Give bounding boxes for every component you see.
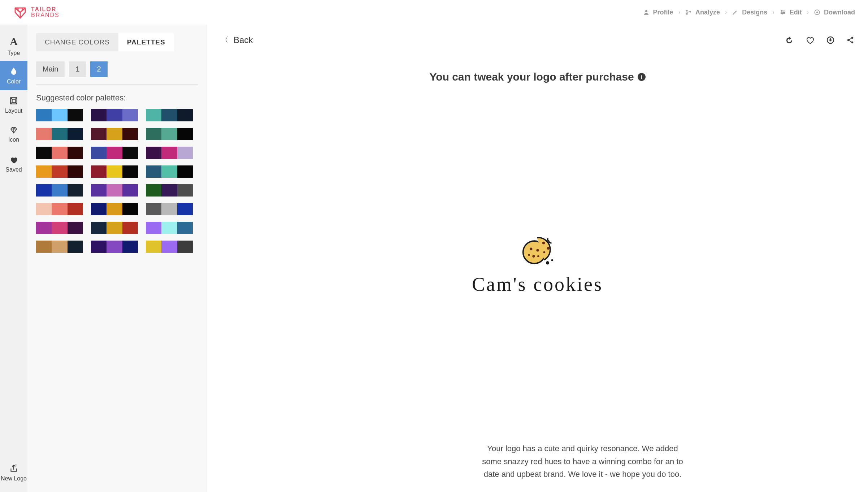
tab-change-colors[interactable]: CHANGE COLORS [36, 33, 118, 51]
headline-text: You can tweak your logo after purchase [429, 71, 634, 83]
palette-swatch[interactable] [91, 147, 138, 159]
palette-swatch[interactable] [91, 184, 138, 197]
crumb-analyze[interactable]: Analyze [685, 9, 720, 16]
rail-icon[interactable]: Icon [0, 120, 27, 150]
chip-main[interactable]: Main [36, 61, 65, 77]
chip-1[interactable]: 1 [69, 61, 86, 77]
rail-label: Type [8, 50, 20, 56]
info-icon[interactable]: i [638, 73, 646, 81]
color-swatch [122, 184, 138, 197]
crumb-label: Analyze [695, 9, 720, 16]
brand-line2: BRANDS [31, 12, 60, 18]
palette-target-chips: Main 1 2 [36, 61, 198, 77]
color-swatch [107, 109, 122, 121]
color-swatch [177, 222, 193, 234]
palette-swatch[interactable] [146, 109, 193, 121]
tab-palettes[interactable]: PALETTES [118, 33, 174, 51]
rail-label: Icon [8, 137, 19, 143]
color-swatch [146, 241, 161, 253]
svg-point-17 [532, 255, 535, 258]
color-swatch [122, 147, 138, 159]
color-swatch [146, 184, 161, 197]
rail-type[interactable]: A Type [0, 31, 27, 61]
palette-swatch[interactable] [91, 241, 138, 253]
color-swatch [52, 147, 67, 159]
download-circle-icon [814, 9, 820, 16]
color-swatch [91, 184, 107, 197]
chip-2[interactable]: 2 [90, 61, 107, 77]
crumb-designs[interactable]: Designs [732, 9, 767, 16]
color-swatch [91, 128, 107, 140]
color-swatch [91, 147, 107, 159]
back-button[interactable]: 〈 Back [221, 35, 253, 46]
color-swatch [107, 147, 122, 159]
palette-swatch[interactable] [36, 109, 83, 121]
color-swatch [36, 165, 52, 178]
svg-point-11 [847, 39, 850, 41]
palette-swatch[interactable] [146, 241, 193, 253]
color-swatch [177, 203, 193, 215]
color-swatch [177, 184, 193, 197]
svg-point-23 [546, 261, 549, 264]
rail-label: Layout [5, 108, 22, 114]
color-swatch [68, 241, 83, 253]
download-icon[interactable] [826, 36, 835, 44]
divider [36, 84, 198, 85]
palette-swatch[interactable] [36, 203, 83, 215]
palette-swatch[interactable] [146, 184, 193, 197]
palette-swatch[interactable] [146, 165, 193, 178]
chevron-right-icon: › [725, 9, 727, 16]
color-swatch [52, 222, 67, 234]
heart-icon [9, 156, 18, 164]
color-swatch [177, 128, 193, 140]
suggested-title: Suggested color palettes: [36, 93, 198, 103]
color-swatch [52, 109, 67, 121]
diamond-icon [9, 126, 19, 134]
brand-wordmark: TAILOR BRANDS [31, 7, 60, 18]
palette-swatch[interactable] [36, 147, 83, 159]
palette-swatch[interactable] [36, 184, 83, 197]
svg-point-24 [551, 259, 553, 262]
palette-swatch[interactable] [36, 128, 83, 140]
brand-logo[interactable]: TAILOR BRANDS [13, 5, 60, 20]
rail-new-logo[interactable]: New Logo [0, 458, 27, 488]
user-icon [643, 9, 650, 16]
color-swatch [161, 184, 177, 197]
palette-swatch[interactable] [91, 128, 138, 140]
logo-text: Cam's cookies [472, 273, 603, 295]
svg-point-21 [547, 247, 549, 250]
palette-swatch[interactable] [146, 222, 193, 234]
crumb-profile[interactable]: Profile [643, 9, 673, 16]
palette-swatch[interactable] [91, 165, 138, 178]
chevron-right-icon: › [807, 9, 809, 16]
rail-layout[interactable]: Layout [0, 90, 27, 120]
palette-swatch[interactable] [91, 203, 138, 215]
crumb-edit[interactable]: Edit [780, 9, 802, 16]
crumb-label: Edit [790, 9, 802, 16]
palette-swatch[interactable] [36, 165, 83, 178]
share-icon[interactable] [846, 36, 854, 44]
color-swatch [107, 165, 122, 178]
color-swatch [68, 147, 83, 159]
color-swatch [107, 222, 122, 234]
undo-icon[interactable] [785, 36, 794, 44]
color-swatch [161, 128, 177, 140]
palette-swatch[interactable] [36, 222, 83, 234]
logo-preview: Cam's cookies [221, 83, 854, 442]
palette-swatch[interactable] [91, 222, 138, 234]
svg-point-20 [542, 242, 544, 244]
crumb-download[interactable]: Download [814, 9, 855, 16]
logo-description: Your logo has a cute and quirky resonanc… [482, 442, 684, 480]
color-swatch [52, 241, 67, 253]
palette-swatch[interactable] [91, 109, 138, 121]
palette-swatch[interactable] [146, 128, 193, 140]
preview-actions [785, 36, 854, 44]
palette-swatch[interactable] [146, 203, 193, 215]
palette-swatch[interactable] [36, 241, 83, 253]
palette-swatch[interactable] [146, 147, 193, 159]
rail-saved[interactable]: Saved [0, 150, 27, 179]
rail-color[interactable]: Color [0, 61, 27, 90]
color-panel: CHANGE COLORS PALETTES Main 1 2 Suggeste… [27, 25, 207, 492]
heart-outline-icon[interactable] [805, 36, 815, 44]
color-swatch [68, 109, 83, 121]
